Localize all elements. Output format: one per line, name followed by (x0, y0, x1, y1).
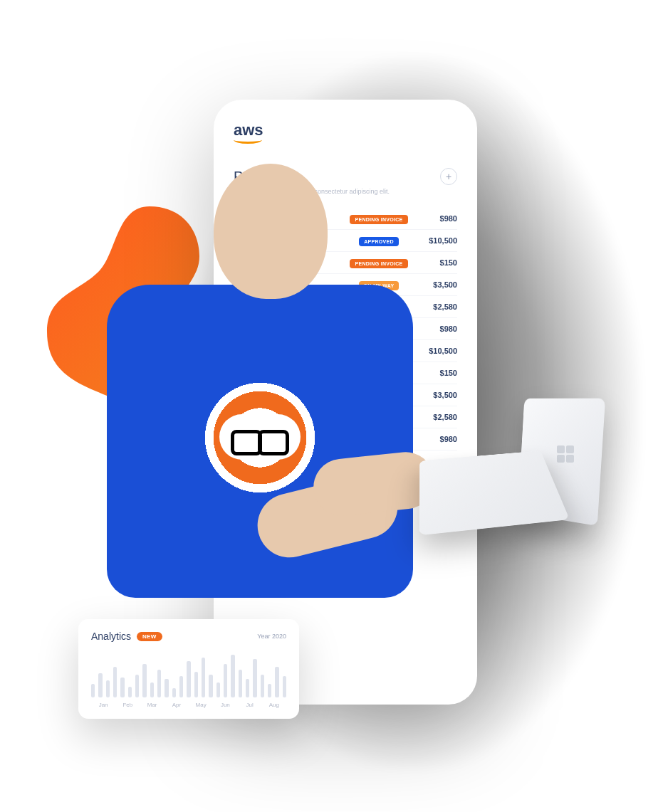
month-label: May (189, 702, 213, 708)
windows-logo-icon (557, 445, 574, 463)
month-label: Mar (140, 702, 165, 708)
new-badge: NEW (137, 632, 162, 641)
month-label: Jan (91, 702, 115, 708)
analytics-month-labels: JanFebMarAprMayJunJulAug (91, 702, 286, 708)
analytics-bar-chart (91, 652, 286, 697)
month-label: Aug (262, 702, 286, 708)
month-label: Feb (115, 702, 140, 708)
hero-person-photo (71, 149, 470, 605)
month-label: Apr (165, 702, 189, 708)
glasses-icon (231, 430, 289, 450)
analytics-title: Analytics (91, 631, 131, 642)
month-label: Jun (213, 702, 237, 708)
aws-logo: aws (234, 121, 263, 139)
month-label: Jul (238, 702, 262, 708)
tablet-device (420, 399, 605, 541)
analytics-card: Analytics NEW Year 2020 JanFebMarAprMayJ… (78, 619, 299, 719)
analytics-year: Year 2020 (257, 633, 286, 640)
